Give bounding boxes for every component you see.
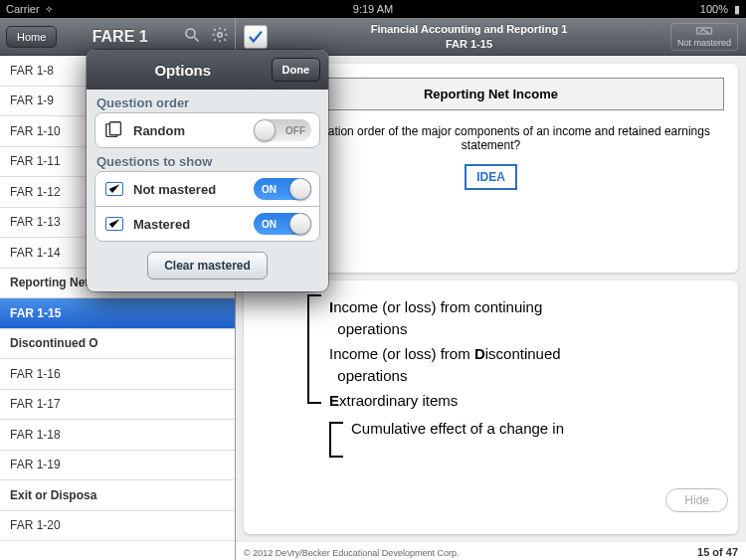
svg-rect-5 [109,122,120,135]
bracket-icon [307,294,321,404]
search-icon[interactable] [183,26,201,48]
section-label: Questions to show [87,148,328,171]
sidebar-item[interactable]: FAR 1-20 [0,511,235,542]
sidebar-title: FARE 1 [57,28,183,46]
random-toggle[interactable]: OFF [254,119,311,141]
section-label: Question order [87,90,328,112]
sidebar-item[interactable]: Exit or Disposa [0,480,235,511]
popover-title: Options [94,62,272,79]
sidebar-item[interactable]: FAR 1-16 [0,359,235,390]
checkbox-icon [103,182,125,196]
status-bar: Carrier ⟡ 9:19 AM 100% ▮ [0,0,746,18]
sidebar-item[interactable]: FAR 1-18 [0,420,235,451]
page-subtitle: FAR 1-15 [268,37,670,51]
wifi-icon: ⟡ [46,3,53,15]
page-title: Financial Accounting and Reporting 1 [268,22,670,36]
answer-text: Income (or loss) from continuing operati… [329,294,564,461]
page-counter: 15 of 47 [697,546,738,558]
gear-icon[interactable] [211,26,229,48]
svg-point-0 [186,29,195,38]
svg-point-2 [218,32,223,37]
not-mastered-row[interactable]: Not mastered ON [94,171,320,207]
shuffle-icon [103,120,125,140]
carrier-label: Carrier [6,3,40,15]
hide-button[interactable]: Hide [665,488,728,512]
copyright: © 2012 DeVry/Becker Educational Developm… [244,548,459,558]
sidebar-item[interactable]: FAR 1-15 [0,298,235,329]
battery-label: 100% [700,3,728,15]
bracket-icon [329,422,343,458]
random-row[interactable]: Random OFF [94,112,320,148]
sidebar-item[interactable]: FAR 1-19 [0,451,235,481]
home-button[interactable]: Home [6,26,57,48]
sidebar-item[interactable]: Discontinued O [0,329,235,360]
clear-mastered-button[interactable]: Clear mastered [147,252,268,280]
battery-icon: ▮ [734,3,740,16]
idea-box: IDEA [465,164,517,190]
sidebar-item[interactable]: FAR 1-17 [0,390,235,421]
mastered-toggle[interactable]: ON [254,213,311,235]
svg-line-1 [194,37,199,42]
clock: 9:19 AM [353,3,393,15]
answer-card: Income (or loss) from continuing operati… [244,280,738,534]
not-mastered-toggle[interactable]: ON [254,178,311,200]
content-footer: © 2012 DeVry/Becker Educational Developm… [236,542,746,560]
mastered-row[interactable]: Mastered ON [94,206,320,242]
options-popover: Options Done Question order Random OFF Q… [87,50,328,291]
checkbox-icon [103,217,125,231]
checkmark-icon[interactable] [244,25,268,49]
not-mastered-badge[interactable]: Not mastered [670,23,738,51]
done-button[interactable]: Done [272,58,321,82]
